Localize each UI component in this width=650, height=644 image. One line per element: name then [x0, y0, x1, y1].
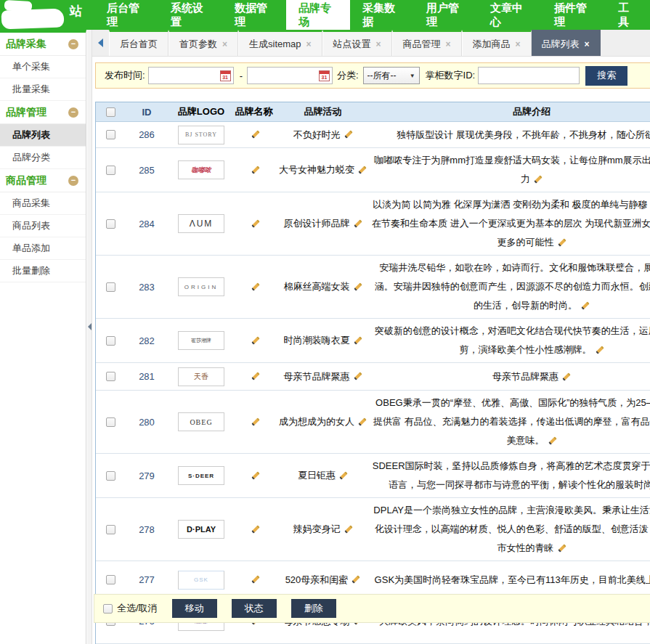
calendar-icon[interactable]: 31 [319, 70, 330, 81]
edit-icon[interactable] [251, 471, 259, 479]
collapse-sidebar-icon[interactable] [88, 323, 92, 330]
edit-icon[interactable] [581, 301, 589, 309]
sidebar-item-brand-category[interactable]: 品牌分类 [0, 147, 86, 169]
select-all-checkbox[interactable] [103, 604, 113, 614]
nav-item-articles[interactable]: 文章中心 [478, 0, 542, 30]
collapse-minus-icon[interactable]: − [68, 176, 78, 186]
tab-home-params[interactable]: 首页参数 × [168, 30, 238, 56]
tab-label: 后台首页 [120, 38, 158, 51]
row-checkbox[interactable] [106, 336, 115, 346]
tab-sitemap[interactable]: 生成sitemap × [238, 30, 322, 56]
edit-icon[interactable] [251, 417, 259, 425]
calendar-icon[interactable]: 31 [220, 70, 231, 81]
row-checkbox[interactable] [106, 166, 115, 175]
sidebar-item-goods-add[interactable]: 单品添加 [0, 237, 86, 260]
nav-item-data[interactable]: 数据管理 [222, 0, 286, 30]
sidebar-item-goods-list[interactable]: 商品列表 [0, 215, 86, 237]
collapse-minus-icon[interactable]: − [68, 107, 78, 118]
table-row: 281 天香 母亲节品牌聚惠 母亲节品牌聚惠 [96, 363, 650, 391]
nav-items: 后台管理 系统设置 数据管理 品牌专场 采集数据 用户管理 文章中心 插件管理 … [94, 0, 650, 30]
close-icon[interactable]: × [585, 39, 590, 49]
tab-home[interactable]: 后台首页 [109, 30, 168, 56]
brand-logo: ORIGIN [178, 277, 224, 296]
row-checkbox[interactable] [106, 282, 115, 292]
tab-brand-list[interactable]: 品牌列表 × [532, 30, 601, 56]
edit-icon[interactable] [352, 575, 360, 583]
edit-icon[interactable] [251, 372, 259, 380]
nav-item-collect[interactable]: 采集数据 [350, 0, 414, 30]
edit-icon[interactable] [562, 372, 570, 380]
category-select[interactable]: --所有-- ▼ [363, 67, 420, 84]
edit-icon[interactable] [344, 130, 352, 138]
row-checkbox[interactable] [106, 219, 115, 229]
tab-goods-manage[interactable]: 商品管理 × [392, 30, 462, 56]
edit-icon[interactable] [558, 544, 566, 552]
sidebar-section-brand-collect[interactable]: 品牌采集 − [0, 33, 86, 56]
collapse-minus-icon[interactable]: − [68, 39, 78, 49]
move-button[interactable]: 移动 [172, 599, 217, 618]
row-checkbox[interactable] [106, 372, 115, 381]
nav-item-tools[interactable]: 工具 [606, 0, 650, 30]
brand-activity: 时尚潮装嗨衣夏 [284, 334, 350, 347]
sidebar-item-batch-collect[interactable]: 批量采集 [0, 78, 86, 101]
edit-icon[interactable] [358, 417, 366, 425]
edit-icon[interactable] [534, 175, 542, 183]
edit-icon[interactable] [251, 336, 259, 344]
tab-goods-add[interactable]: 添加商品 × [462, 30, 532, 56]
header-activity: 品牌活动 [274, 105, 372, 118]
nav-item-admin[interactable]: 后台管理 [94, 0, 158, 30]
edit-icon[interactable] [354, 282, 362, 290]
nav-item-system[interactable]: 系统设置 [158, 0, 222, 30]
table-header-row: ID 品牌LOGO 品牌名称 品牌活动 品牌介绍 [96, 102, 650, 122]
tab-scroll-left[interactable] [92, 30, 109, 56]
edit-icon[interactable] [596, 346, 604, 354]
shop-id-input[interactable] [479, 68, 579, 83]
brand-activity: 原创设计师品牌 [284, 217, 350, 230]
edit-icon[interactable] [339, 471, 347, 479]
edit-icon[interactable] [558, 238, 566, 246]
row-checkbox[interactable] [106, 575, 115, 584]
row-checkbox[interactable] [106, 130, 115, 139]
close-icon[interactable]: × [446, 39, 451, 49]
edit-icon[interactable] [548, 436, 556, 444]
nav-item-brand-special[interactable]: 品牌专场 [286, 0, 350, 30]
sidebar-item-brand-list[interactable]: 品牌列表 [0, 124, 86, 147]
close-icon[interactable]: × [222, 39, 227, 49]
edit-icon[interactable] [251, 166, 259, 174]
row-checkbox[interactable] [106, 525, 115, 534]
status-button[interactable]: 状态 [232, 599, 277, 618]
edit-icon[interactable] [358, 166, 366, 174]
edit-icon[interactable] [344, 525, 352, 533]
edit-icon[interactable] [354, 336, 362, 344]
brand-id: 279 [125, 470, 168, 481]
edit-icon[interactable] [251, 219, 259, 227]
tab-label: 生成sitemap [249, 38, 301, 51]
close-icon[interactable]: × [516, 39, 521, 49]
sidebar-item-goods-collect[interactable]: 商品采集 [0, 192, 86, 215]
edit-icon[interactable] [354, 372, 362, 380]
delete-button[interactable]: 删除 [291, 599, 336, 618]
close-icon[interactable]: × [376, 39, 381, 49]
nav-item-users[interactable]: 用户管理 [414, 0, 478, 30]
sidebar-item-batch-delete[interactable]: 批量删除 [0, 260, 86, 282]
row-checkbox[interactable] [106, 471, 115, 481]
edit-icon[interactable] [251, 130, 259, 138]
edit-icon[interactable] [251, 575, 259, 583]
edit-icon[interactable] [354, 219, 362, 227]
tab-site-settings[interactable]: 站点设置 × [322, 30, 392, 56]
edit-icon[interactable] [251, 282, 259, 290]
sidebar-section-goods-manage[interactable]: 商品管理 − [0, 169, 86, 192]
sidebar-splitter[interactable] [87, 30, 92, 644]
header-logo: 品牌LOGO [168, 105, 234, 118]
search-button[interactable]: 搜索 [585, 66, 627, 86]
sidebar-section-brand-manage[interactable]: 品牌管理 − [0, 101, 86, 124]
edit-icon[interactable] [251, 525, 259, 533]
brand-activity: 辣妈变身记 [293, 523, 341, 536]
table-row: 282 霍莎潮牌 时尚潮装嗨衣夏 突破新的创意的设计概念，对酒吧文化结合现代快节… [96, 319, 650, 363]
nav-item-plugins[interactable]: 插件管理 [542, 0, 606, 30]
select-all-checkbox[interactable] [106, 107, 115, 117]
sidebar-item-single-collect[interactable]: 单个采集 [0, 56, 86, 78]
row-checkbox[interactable] [106, 417, 115, 427]
brand-activity: 不负好时光 [293, 129, 341, 142]
close-icon[interactable]: × [306, 39, 312, 49]
